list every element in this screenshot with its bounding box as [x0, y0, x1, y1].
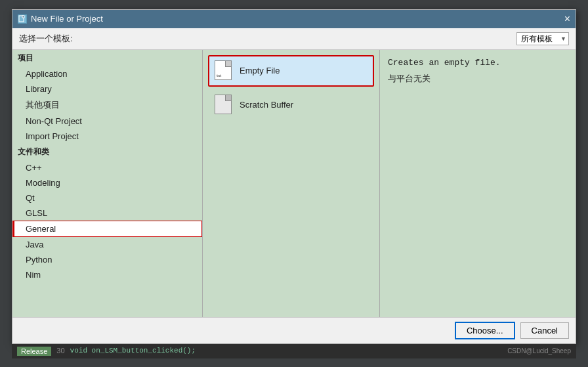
empty-file-label: Empty File: [240, 66, 280, 76]
scratch-buffer-label: Scratch Buffer: [240, 100, 293, 110]
scratch-buffer-icon: [215, 95, 233, 116]
right-panel: Creates an empty file. 与平台无关: [380, 50, 576, 317]
left-panel: 项目 Application Library 其他项目 Non-Qt Proje…: [12, 50, 203, 317]
section-header-files: 文件和类: [12, 144, 202, 160]
code-snippet: void on_LSM_button_clicked();: [70, 347, 196, 356]
toolbar: 选择一个模板: 所有模板 项目模板 文件模板: [12, 28, 576, 50]
sidebar-item-other-project[interactable]: 其他项目: [12, 97, 202, 114]
sidebar-item-glsl[interactable]: GLSL: [12, 205, 202, 221]
title-bar: New File or Project ×: [12, 10, 576, 28]
dialog: New File or Project × 选择一个模板: 所有模板 项目模板 …: [12, 9, 576, 344]
sidebar-item-library[interactable]: Library: [12, 81, 202, 97]
close-button[interactable]: ×: [564, 14, 570, 24]
middle-panel: txt Empty File Scratch Buffer: [203, 50, 380, 317]
cancel-button[interactable]: Cancel: [520, 322, 569, 339]
svg-rect-2: [22, 16, 24, 18]
sidebar-item-general[interactable]: General: [12, 221, 202, 237]
line-numbers: 30: [56, 347, 64, 356]
sidebar-item-nim[interactable]: Nim: [12, 267, 202, 282]
filter-select[interactable]: 所有模板 项目模板 文件模板: [516, 32, 569, 45]
sidebar-item-qt[interactable]: Qt: [12, 190, 202, 205]
description-text: Creates an empty file.: [388, 58, 568, 68]
bottom-bar: Release 30 void on_LSM_button_clicked();…: [12, 344, 576, 358]
toolbar-label: 选择一个模板:: [19, 33, 73, 45]
sidebar-item-python[interactable]: Python: [12, 252, 202, 267]
choose-button[interactable]: Choose...: [455, 322, 515, 339]
release-tag: Release: [17, 347, 51, 356]
platform-text: 与平台无关: [388, 73, 568, 85]
dialog-title: New File or Project: [31, 14, 103, 24]
dialog-icon: [18, 14, 27, 24]
watermark: CSDN@Lucid_Sheep: [507, 347, 571, 355]
content-area: 项目 Application Library 其他项目 Non-Qt Proje…: [12, 50, 576, 317]
footer: Choose... Cancel: [12, 317, 576, 343]
template-item-empty-file[interactable]: txt Empty File: [208, 55, 374, 87]
sidebar-item-cpp[interactable]: C++: [12, 160, 202, 175]
sidebar-item-java[interactable]: Java: [12, 237, 202, 252]
sidebar-item-non-qt[interactable]: Non-Qt Project: [12, 114, 202, 129]
template-filter: 所有模板 项目模板 文件模板: [516, 32, 569, 45]
section-header-project: 项目: [12, 50, 202, 66]
sidebar-item-modeling[interactable]: Modeling: [12, 175, 202, 190]
sidebar-item-application[interactable]: Application: [12, 66, 202, 81]
filter-select-wrapper[interactable]: 所有模板 项目模板 文件模板: [516, 32, 569, 45]
sidebar-item-import[interactable]: Import Project: [12, 129, 202, 144]
empty-file-icon: txt: [215, 60, 233, 81]
template-item-scratch-buffer[interactable]: Scratch Buffer: [208, 89, 374, 121]
